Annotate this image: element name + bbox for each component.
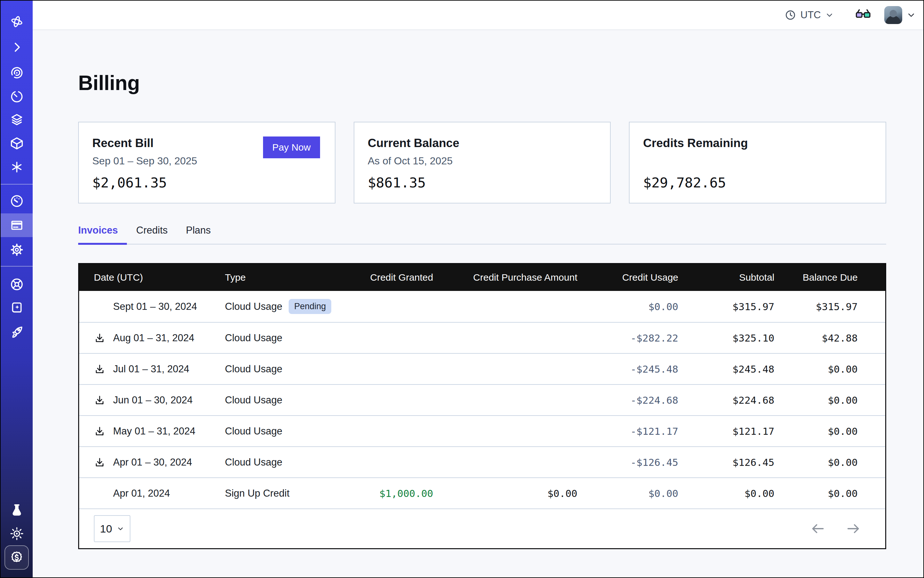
dollar-badge-icon[interactable] — [5, 546, 29, 570]
helm-icon[interactable] — [1, 272, 32, 296]
subtotal-value: $325.10 — [678, 332, 775, 344]
invoice-date: Jul 01 – 31, 2024 — [113, 363, 189, 375]
asterisk-icon[interactable] — [1, 155, 32, 179]
book-sparkle-icon[interactable] — [1, 296, 32, 320]
pay-now-button[interactable]: Pay Now — [263, 136, 320, 158]
sidebar — [1, 1, 32, 577]
credit-usage-value: $0.00 — [577, 301, 678, 312]
subtotal-value: $224.68 — [678, 395, 775, 406]
balance-due-value: $0.00 — [775, 395, 858, 406]
card-title: Recent Bill — [92, 136, 197, 150]
page-size-value: 10 — [100, 523, 112, 535]
eye-icon[interactable] — [1, 61, 32, 84]
summary-cards: Recent Bill Sep 01 – Sep 30, 2025 Pay No… — [78, 122, 886, 203]
credit-card-icon — [10, 218, 24, 232]
column-header: Type — [225, 272, 353, 283]
subtotal-value: $315.97 — [678, 301, 775, 312]
balance-due-value: $0.00 — [775, 456, 858, 468]
card-subtitle: As of Oct 15, 2025 — [368, 155, 460, 167]
billing-tabs: Invoices Credits Plans — [78, 225, 886, 244]
rocket-icon[interactable] — [1, 320, 32, 343]
table-row: Jun 01 – 30, 2024 Cloud Usage -$224.68 $… — [79, 384, 885, 415]
tab-credits[interactable]: Credits — [136, 225, 167, 244]
gear-icon[interactable] — [1, 238, 32, 261]
page-size-select[interactable]: 10 — [94, 515, 130, 542]
download-invoice-icon[interactable] — [94, 456, 106, 468]
sidebar-item-billing[interactable] — [1, 213, 32, 237]
invoice-type: Cloud Usage — [225, 425, 282, 437]
balance-due-value: $315.97 — [775, 301, 858, 312]
balance-due-value: $0.00 — [775, 488, 858, 499]
timezone-label: UTC — [801, 9, 821, 21]
credit-usage-value: -$121.17 — [577, 425, 678, 437]
account-menu-chevron[interactable] — [907, 11, 916, 19]
recent-bill-card: Recent Bill Sep 01 – Sep 30, 2025 Pay No… — [78, 122, 335, 203]
avatar[interactable] — [884, 6, 902, 24]
column-header: Credit Usage — [577, 272, 678, 283]
download-invoice-icon[interactable] — [94, 395, 106, 406]
invoices-table: Date (UTC) Type Credit Granted Credit Pu… — [78, 263, 886, 549]
timezone-selector[interactable]: UTC — [785, 9, 834, 21]
sidebar-divider — [1, 266, 32, 266]
card-amount: $29,782.65 — [643, 175, 871, 191]
subtotal-value: $245.48 — [678, 363, 775, 375]
card-subtitle: Sep 01 – Sep 30, 2025 — [92, 155, 197, 167]
credit-usage-value: -$282.22 — [577, 332, 678, 344]
table-row: Apr 01, 2024 Sign Up Credit $1,000.00 $0… — [79, 477, 885, 508]
status-badge: Pending — [289, 299, 331, 314]
card-title: Credits Remaining — [643, 136, 748, 150]
prev-page-arrow-icon[interactable] — [810, 521, 826, 536]
topbar: UTC — [32, 1, 923, 30]
invoice-type: Cloud Usage — [225, 395, 282, 406]
column-header: Balance Due — [775, 272, 858, 283]
table-body: Sept 01 – 30, 2024 Cloud Usage Pending $… — [79, 291, 885, 508]
column-header: Subtotal — [678, 272, 775, 283]
download-invoice-icon[interactable] — [94, 425, 106, 437]
table-row: Apr 01 – 30, 2024 Cloud Usage -$126.45 $… — [79, 446, 885, 477]
balance-due-value: $42.88 — [775, 332, 858, 344]
credit-purchase-value: $0.00 — [433, 488, 577, 499]
balance-due-value: $0.00 — [775, 363, 858, 375]
credit-usage-value: -$126.45 — [577, 456, 678, 468]
download-invoice-icon[interactable] — [94, 363, 106, 375]
logo[interactable] — [1, 10, 32, 33]
invoice-type: Cloud Usage — [225, 332, 282, 344]
billing-page: UTC Billing Recent Bill Sep 01 – Se — [0, 0, 924, 578]
card-amount: $2,061.35 — [92, 175, 320, 191]
invoice-type: Sign Up Credit — [225, 488, 290, 499]
tab-invoices[interactable]: Invoices — [78, 225, 118, 244]
next-page-arrow-icon[interactable] — [846, 521, 861, 536]
flask-icon[interactable] — [1, 498, 32, 521]
sun-icon[interactable] — [1, 521, 32, 546]
column-header: Credit Purchase Amount — [433, 272, 577, 283]
layers-icon[interactable] — [1, 108, 32, 132]
timer-icon[interactable] — [1, 84, 32, 108]
invoice-type: Cloud Usage — [225, 456, 282, 468]
invoice-date: Apr 01, 2024 — [113, 488, 170, 499]
credit-granted-value: $1,000.00 — [353, 488, 433, 499]
credit-usage-value: -$245.48 — [577, 363, 678, 375]
sidebar-divider — [1, 184, 32, 185]
gauge-icon[interactable] — [1, 189, 32, 213]
pagination: 10 — [79, 508, 885, 548]
column-header: Date (UTC) — [79, 272, 225, 283]
download-invoice-icon[interactable] — [94, 332, 106, 344]
table-row: Jul 01 – 31, 2024 Cloud Usage -$245.48 $… — [79, 353, 885, 384]
invoice-date: May 01 – 31, 2024 — [113, 425, 195, 437]
subtotal-value: $121.17 — [678, 425, 775, 437]
chevron-right-icon[interactable] — [1, 35, 32, 59]
table-row: Aug 01 – 31, 2024 Cloud Usage -$282.22 $… — [79, 322, 885, 353]
page-title: Billing — [78, 71, 886, 95]
invoice-type: Cloud Usage — [225, 363, 282, 375]
tab-plans[interactable]: Plans — [186, 225, 211, 244]
credit-usage-value: $0.00 — [577, 488, 678, 499]
table-row: Sept 01 – 30, 2024 Cloud Usage Pending $… — [79, 291, 885, 322]
glasses-icon[interactable] — [855, 8, 872, 22]
subtotal-value: $0.00 — [678, 488, 775, 499]
card-title: Current Balance — [368, 136, 460, 150]
invoice-date: Sept 01 – 30, 2024 — [113, 301, 197, 312]
card-amount: $861.35 — [368, 175, 596, 191]
chevron-down-icon — [825, 11, 834, 19]
invoice-date: Jun 01 – 30, 2024 — [113, 395, 193, 406]
cube-icon[interactable] — [1, 132, 32, 155]
